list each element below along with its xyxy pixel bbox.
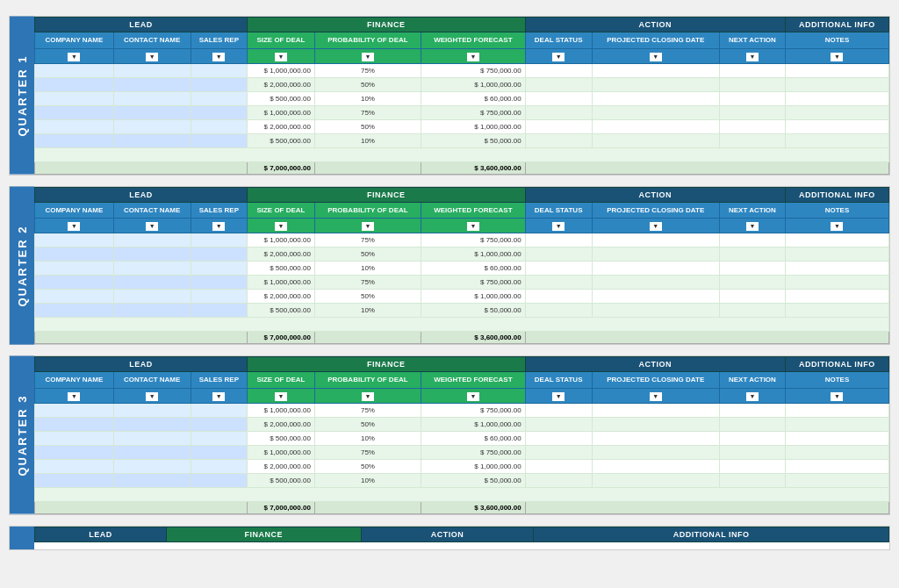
total-empty bbox=[35, 501, 248, 513]
filter-row-q3[interactable]: ▼▼▼▼▼▼▼▼▼▼ bbox=[35, 388, 889, 403]
filter-dropdown-col6[interactable]: ▼ bbox=[552, 53, 565, 61]
filter-dropdown-col1[interactable]: ▼ bbox=[146, 222, 158, 231]
total-action-empty bbox=[525, 161, 888, 174]
filter-dropdown-col5[interactable]: ▼ bbox=[467, 53, 479, 61]
filter-dropdown-col8[interactable]: ▼ bbox=[746, 392, 759, 401]
lead-section-header: LEAD bbox=[35, 187, 248, 202]
finance-section-header: FINANCE bbox=[248, 18, 526, 32]
filter-dropdown-col9[interactable]: ▼ bbox=[831, 392, 843, 401]
next-action-cell bbox=[719, 63, 785, 77]
next-action-cell bbox=[719, 417, 785, 431]
size-deal-cell: $ 2,000,000.00 bbox=[248, 247, 315, 262]
filter-dropdown-col2[interactable]: ▼ bbox=[212, 53, 225, 61]
prob-deal-cell: 75% bbox=[314, 403, 421, 417]
filter-dropdown-col3[interactable]: ▼ bbox=[275, 392, 287, 401]
filter-row-q2[interactable]: ▼▼▼▼▼▼▼▼▼▼ bbox=[35, 219, 889, 233]
size-deal-header: SIZE OF DEAL bbox=[248, 372, 315, 389]
filter-dropdown-col5[interactable]: ▼ bbox=[467, 222, 479, 231]
prob-deal-cell: 75% bbox=[314, 233, 421, 247]
company-name-cell bbox=[35, 417, 114, 431]
prob-deal-header: PROBABILITY OF DEAL bbox=[314, 202, 421, 219]
filter-dropdown-col4[interactable]: ▼ bbox=[362, 222, 374, 231]
projected-closing-cell bbox=[592, 63, 719, 77]
size-deal-header: SIZE OF DEAL bbox=[248, 202, 315, 219]
contact-name-header: CONTACT NAME bbox=[113, 32, 191, 49]
sales-rep-cell bbox=[191, 403, 247, 417]
size-deal-cell: $ 1,000,000.00 bbox=[248, 105, 315, 119]
sales-rep-header: SALES REP bbox=[191, 372, 247, 389]
next-action-cell bbox=[719, 133, 785, 147]
filter-dropdown-col4[interactable]: ▼ bbox=[362, 53, 374, 61]
weighted-cell: $ 1,000,000.00 bbox=[421, 77, 526, 91]
sales-rep-cell bbox=[191, 63, 247, 77]
data-row-q3-r4: $ 1,000,000.00 75% $ 750,000.00 bbox=[35, 445, 889, 459]
sales-rep-cell bbox=[191, 431, 247, 445]
sales-rep-cell bbox=[191, 91, 247, 105]
filter-dropdown-col7[interactable]: ▼ bbox=[650, 53, 662, 61]
filter-dropdown-col6[interactable]: ▼ bbox=[552, 222, 565, 231]
filter-dropdown-col2[interactable]: ▼ bbox=[212, 222, 225, 231]
action-section-header: ACTION bbox=[525, 187, 785, 202]
sales-rep-cell bbox=[191, 445, 247, 459]
next-action-cell bbox=[719, 445, 785, 459]
notes-cell bbox=[785, 133, 888, 147]
company-name-cell bbox=[35, 262, 114, 276]
sales-rep-cell bbox=[191, 290, 247, 304]
weighted-cell: $ 750,000.00 bbox=[421, 445, 526, 459]
empty-row-q1 bbox=[35, 147, 889, 161]
filter-dropdown-col7[interactable]: ▼ bbox=[650, 392, 662, 401]
data-row-q2-r4: $ 1,000,000.00 75% $ 750,000.00 bbox=[35, 276, 889, 290]
data-row-q3-r3: $ 500,000.00 10% $ 60,000.00 bbox=[35, 431, 889, 445]
filter-dropdown-col8[interactable]: ▼ bbox=[746, 222, 759, 231]
notes-cell bbox=[785, 105, 888, 119]
lead-section-header: LEAD bbox=[35, 357, 248, 372]
addinfo-section-header: ADDITIONAL INFO bbox=[785, 357, 888, 372]
projected-closing-cell bbox=[592, 304, 719, 318]
sales-rep-header: SALES REP bbox=[191, 32, 247, 49]
size-deal-cell: $ 2,000,000.00 bbox=[248, 77, 315, 91]
next-action-header: NEXT ACTION bbox=[719, 32, 785, 49]
filter-dropdown-col3[interactable]: ▼ bbox=[275, 53, 287, 61]
size-deal-cell: $ 1,000,000.00 bbox=[248, 276, 315, 290]
next-action-cell bbox=[719, 262, 785, 276]
filter-row-q1[interactable]: ▼▼▼▼▼▼▼▼▼▼ bbox=[35, 48, 889, 63]
filter-dropdown-col1[interactable]: ▼ bbox=[146, 53, 158, 61]
filter-dropdown-col4[interactable]: ▼ bbox=[362, 392, 374, 401]
data-row-q1-r2: $ 2,000,000.00 50% $ 1,000,000.00 bbox=[35, 77, 889, 91]
filter-dropdown-col0[interactable]: ▼ bbox=[68, 222, 80, 231]
filter-dropdown-col8[interactable]: ▼ bbox=[746, 53, 759, 61]
filter-dropdown-col7[interactable]: ▼ bbox=[650, 222, 662, 231]
sales-rep-cell bbox=[191, 247, 247, 262]
filter-dropdown-col9[interactable]: ▼ bbox=[831, 222, 843, 231]
filter-dropdown-col2[interactable]: ▼ bbox=[212, 392, 225, 401]
size-deal-cell: $ 1,000,000.00 bbox=[248, 63, 315, 77]
filter-dropdown-col0[interactable]: ▼ bbox=[68, 53, 80, 61]
prob-deal-cell: 50% bbox=[314, 77, 421, 91]
next-action-cell bbox=[719, 431, 785, 445]
weighted-cell: $ 50,000.00 bbox=[421, 473, 526, 487]
sales-rep-cell bbox=[191, 119, 247, 133]
col-header-row-q1: COMPANY NAME CONTACT NAME SALES REP SIZE… bbox=[35, 32, 889, 49]
projected-closing-header: PROJECTED CLOSING DATE bbox=[592, 32, 719, 49]
next-action-header: NEXT ACTION bbox=[719, 202, 785, 219]
company-name-header: COMPANY NAME bbox=[35, 202, 114, 219]
filter-dropdown-col3[interactable]: ▼ bbox=[275, 222, 287, 231]
weighted-cell: $ 750,000.00 bbox=[421, 105, 526, 119]
weighted-cell: $ 1,000,000.00 bbox=[421, 290, 526, 304]
size-deal-cell: $ 500,000.00 bbox=[248, 262, 315, 276]
weighted-cell: $ 1,000,000.00 bbox=[421, 247, 526, 262]
filter-dropdown-col1[interactable]: ▼ bbox=[146, 392, 158, 401]
projected-closing-header: PROJECTED CLOSING DATE bbox=[592, 202, 719, 219]
deal-status-cell bbox=[525, 473, 592, 487]
total-row-q3: $ 7,000,000.00 $ 3,600,000.00 bbox=[35, 501, 889, 513]
filter-dropdown-col9[interactable]: ▼ bbox=[831, 53, 843, 61]
next-action-cell bbox=[719, 473, 785, 487]
sales-rep-cell bbox=[191, 304, 247, 318]
filter-dropdown-col0[interactable]: ▼ bbox=[68, 392, 80, 401]
filter-dropdown-col6[interactable]: ▼ bbox=[552, 392, 565, 401]
deal-status-cell bbox=[525, 459, 592, 473]
next-action-cell bbox=[719, 77, 785, 91]
data-row-q2-r2: $ 2,000,000.00 50% $ 1,000,000.00 bbox=[35, 247, 889, 262]
notes-cell bbox=[785, 262, 888, 276]
filter-dropdown-col5[interactable]: ▼ bbox=[467, 392, 479, 401]
